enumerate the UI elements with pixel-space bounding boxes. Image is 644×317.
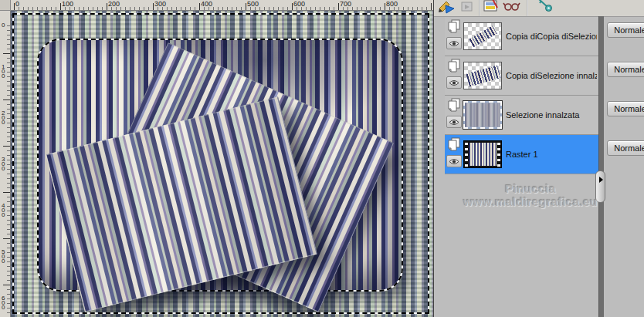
thumbnail-rotated-band [466,66,500,87]
layer-visibility-eye-icon[interactable] [446,37,462,49]
layer-row-copia-diselezione[interactable]: Copia diSelezione innalzata [445,56,598,96]
export-image-icon[interactable] [482,0,500,15]
palette-splitter-track[interactable] [598,16,604,317]
layer-pages-icon [447,19,461,33]
canvas-area: 0100200300400500600700800 01 0 02 0 03 0… [0,0,434,317]
blend-mode-button[interactable]: Normale [607,140,644,156]
ruler-label: 0 [15,1,19,8]
layer-name-label: Copia diSelezione innalzata [506,71,597,80]
layer-pages-icon [447,137,461,151]
ruler-label: 6 0 0 [2,296,5,310]
nav-disabled-icon [458,0,476,15]
ruler-label: 1 0 0 [2,65,5,79]
ruler-label: 2 0 0 [2,111,5,125]
edit-pencil-icon[interactable] [436,0,455,15]
layer-thumbnail[interactable] [463,101,502,129]
ruler-label: 300 [154,1,166,8]
palette-toolbar [434,0,644,17]
thumbnail-soft-stripes [465,103,500,127]
color-key-icon[interactable] [535,0,554,15]
thumbnail-rotated-band [469,25,497,47]
ruler-label: 3 0 0 [2,157,5,171]
blend-mode-button[interactable]: Normale [607,22,644,38]
ruler-label: 0 [2,23,5,28]
ruler-label: 800 [386,1,398,8]
layer-name-label: Selezione innalzata [506,110,597,120]
blend-mode-button[interactable]: Normale [607,101,644,116]
ruler-label: 100 [62,1,73,8]
ruler-label: 500 [247,1,259,8]
thumbnail-filmstrip-stripes [469,143,497,166]
layer-name-label: Raster 1 [506,150,597,159]
ruler-label: 200 [108,1,120,8]
blend-mode-button[interactable]: Normale [607,62,644,77]
ruler-label: 5 0 0 [2,250,5,264]
layer-visibility-eye-icon[interactable] [446,116,462,128]
vertical-ruler: 01 0 02 0 03 0 04 0 05 0 06 0 0 [0,11,11,317]
layer-row-raster-1[interactable]: Raster 1 [445,135,598,174]
horizontal-ruler: 0100200300400500600700800 [11,0,433,11]
layer-name-label: Copia diCopia diSelezione innalzata [506,32,597,41]
browse-glasses-icon[interactable] [502,0,520,15]
layer-row-selezione-innalzata[interactable]: Selezione innalzata [445,96,598,135]
ruler-label: 4 0 0 [2,204,5,218]
ruler-corner-box [0,0,11,11]
layer-thumbnail[interactable] [463,62,502,89]
app-screen: 0100200300400500600700800 01 0 02 0 03 0… [0,0,644,317]
splitter-handle[interactable] [595,170,605,203]
layer-list: Copia diCopia diSelezione innalzata Copi… [445,17,598,174]
toolbar-separator [527,0,528,16]
layer-visibility-eye-icon[interactable] [446,155,462,167]
canvas-image[interactable] [11,11,433,317]
layers-palette: Copia diCopia diSelezione innalzata Copi… [434,0,644,317]
layer-pages-icon [447,98,461,112]
ruler-label: 700 [340,1,351,8]
ruler-label: 600 [293,1,305,8]
ruler-label: 400 [201,1,212,8]
layer-thumbnail[interactable] [463,22,502,50]
layer-visibility-eye-icon[interactable] [446,76,462,89]
layer-row-copia-dicopia[interactable]: Copia diCopia diSelezione innalzata [445,17,598,56]
layer-pages-icon [447,59,461,73]
layer-thumbnail[interactable] [463,140,502,168]
toolbar-separator [479,0,480,16]
